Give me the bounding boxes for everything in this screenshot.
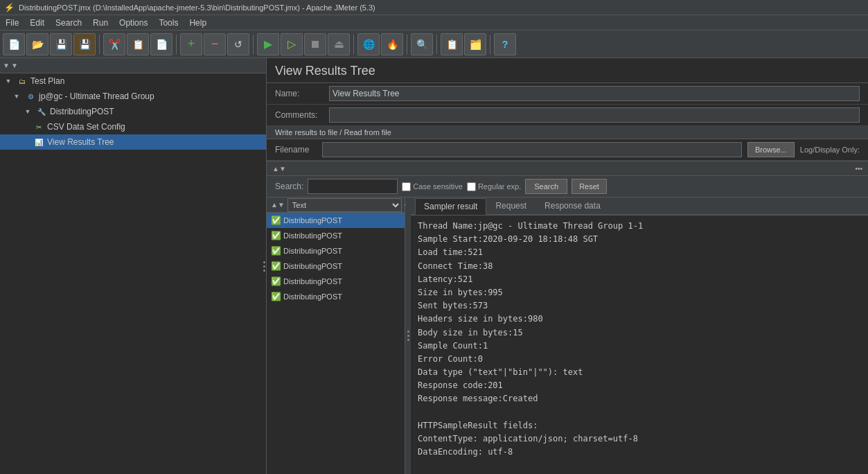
treeview-button[interactable]: 🌐 xyxy=(357,33,380,55)
left-splitter[interactable] xyxy=(261,58,267,474)
toolbar-sep-6 xyxy=(436,35,437,54)
toolbar-sep-2 xyxy=(176,35,177,54)
workbench-button[interactable]: 🗂️ xyxy=(464,33,486,55)
browse-button[interactable]: Browse... xyxy=(747,142,795,157)
reset-button[interactable]: Reset xyxy=(572,179,607,194)
results-list: ✅ DistributingPOST ✅ DistributingPOST ✅ … xyxy=(267,213,405,474)
templates-button[interactable]: 📋 xyxy=(441,33,463,55)
shutdown-button[interactable]: ⏏ xyxy=(328,33,350,55)
tree-node-listener-label: View Results Tree xyxy=(47,137,114,147)
result-item[interactable]: ✅ DistributingPOST xyxy=(267,258,405,274)
listener-icon: 📊 xyxy=(33,137,44,148)
result-item-label: DistributingPOST xyxy=(283,247,342,255)
result-item-label: DistributingPOST xyxy=(283,216,342,225)
add-button[interactable]: + xyxy=(180,33,202,55)
expand-arrows-1[interactable]: ▲▼ xyxy=(272,165,286,173)
filename-row: Filename Browse... Log/Display Only: xyxy=(267,139,868,161)
menu-run[interactable]: Run xyxy=(87,17,114,29)
stop-button[interactable]: ⏹ xyxy=(304,33,326,55)
save-all-button[interactable]: 💾 xyxy=(50,33,72,55)
help-button[interactable]: ? xyxy=(494,33,516,55)
menu-options[interactable]: Options xyxy=(114,17,153,29)
detail-line: Load time:521 xyxy=(418,246,861,259)
tabs-row: Sampler result Request Response data xyxy=(411,198,868,216)
comments-input[interactable] xyxy=(329,107,860,123)
detail-line: Response message:Created xyxy=(418,392,861,405)
tab-response-data[interactable]: Response data xyxy=(535,198,610,214)
result-item[interactable]: ✅ DistributingPOST xyxy=(267,228,405,243)
results-list-container: ▲▼ Text RegExp Tester CSS/JQuery Tester … xyxy=(267,198,405,474)
comments-label: Comments: xyxy=(275,110,324,120)
menu-tools[interactable]: Tools xyxy=(153,17,184,29)
splitter-dot xyxy=(407,339,409,341)
results-area: ▲▼ Text RegExp Tester CSS/JQuery Tester … xyxy=(267,198,868,474)
tree-node-listener[interactable]: 📊 View Results Tree xyxy=(0,134,266,150)
success-icon: ✅ xyxy=(271,246,281,256)
detail-line: Data type ("text"|"bin"|""): text xyxy=(418,366,861,379)
detail-line: Body size in bytes:15 xyxy=(418,326,861,340)
expand-arrows-2[interactable]: ▲▼ xyxy=(271,201,285,209)
result-item[interactable]: ✅ DistributingPOST xyxy=(267,213,405,228)
detail-line: Connect Time:38 xyxy=(418,260,861,273)
copy-button[interactable]: 📋 xyxy=(127,33,149,55)
testplan-icon: 🗂 xyxy=(17,76,28,87)
search-button[interactable]: Search xyxy=(525,179,567,194)
result-item[interactable]: ✅ DistributingPOST xyxy=(267,243,405,258)
save-button[interactable]: 💾 xyxy=(73,33,96,55)
regular-exp-label[interactable]: Regular exp. xyxy=(467,182,521,191)
tree-node-test-plan[interactable]: ▼ 🗂 Test Plan xyxy=(0,73,266,89)
vertical-splitter[interactable] xyxy=(405,198,411,474)
name-input[interactable] xyxy=(329,86,860,101)
tree-header: ▼ ▼ xyxy=(0,58,266,73)
detail-line: Thread Name:jp@gc - Ultimate Thread Grou… xyxy=(418,220,861,233)
search-label: Search: xyxy=(275,182,303,191)
toolbar-sep-7 xyxy=(490,35,490,54)
tree-collapse-arrow[interactable]: ▼ xyxy=(3,62,10,69)
vrt-title: View Results Tree xyxy=(267,58,868,83)
splitter-dot xyxy=(263,265,265,267)
main-area: ▼ ▼ ▼ 🗂 Test Plan ▼ ⚙ jp@gc - Ultimate T… xyxy=(0,58,868,474)
remove-button[interactable]: − xyxy=(204,33,226,55)
menu-edit[interactable]: Edit xyxy=(24,17,50,29)
tree-expand-arrow[interactable]: ▼ xyxy=(11,62,18,69)
tree-node-sampler-label: DistributingPOST xyxy=(50,107,114,116)
more-options-1[interactable]: ••• xyxy=(855,165,862,173)
paste-button[interactable]: 📄 xyxy=(150,33,172,55)
open-button[interactable]: 📂 xyxy=(26,33,48,55)
result-item[interactable]: ✅ DistributingPOST xyxy=(267,289,405,304)
toolbar-sep-3 xyxy=(253,35,254,54)
case-sensitive-label[interactable]: Case sensitive xyxy=(402,182,463,191)
write-results-label: Write results to file / Read from file xyxy=(275,128,391,137)
detail-line: Error Count:0 xyxy=(418,353,861,366)
result-item-label: DistributingPOST xyxy=(283,262,342,270)
search-input[interactable] xyxy=(308,179,398,194)
results-detail: Sampler result Request Response data Thr… xyxy=(411,198,868,474)
splitter-dot xyxy=(407,331,409,333)
case-sensitive-checkbox[interactable] xyxy=(402,182,411,191)
clear-button[interactable]: ↺ xyxy=(227,33,249,55)
success-icon: ✅ xyxy=(271,216,281,225)
cut-button[interactable]: ✂️ xyxy=(103,33,125,55)
regular-exp-checkbox[interactable] xyxy=(467,182,476,191)
format-select[interactable]: Text RegExp Tester CSS/JQuery Tester XPa… xyxy=(287,198,402,212)
start-nopause-button[interactable]: ▷ xyxy=(281,33,303,55)
tree-node-sampler[interactable]: ▼ 🔧 DistributingPOST xyxy=(0,104,266,119)
tab-sampler-result[interactable]: Sampler result xyxy=(415,198,486,215)
detail-line: HTTPSampleResult fields: xyxy=(418,419,861,432)
log-button[interactable]: 🔥 xyxy=(381,33,403,55)
detail-line: Sample Start:2020-09-20 18:18:48 SGT xyxy=(418,233,861,246)
filename-input[interactable] xyxy=(322,142,742,157)
tree-node-threadgroup[interactable]: ▼ ⚙ jp@gc - Ultimate Thread Group xyxy=(0,89,266,104)
search-toolbar-button[interactable]: 🔍 xyxy=(411,33,433,55)
detail-line: ContentType: application/json; charset=u… xyxy=(418,432,861,446)
result-item[interactable]: ✅ DistributingPOST xyxy=(267,274,405,289)
menu-file[interactable]: File xyxy=(0,17,24,29)
detail-line: DataEncoding: utf-8 xyxy=(418,446,861,459)
menu-search[interactable]: Search xyxy=(50,17,87,29)
start-button[interactable]: ▶ xyxy=(257,33,279,55)
detail-line: Sample Count:1 xyxy=(418,340,861,353)
new-button[interactable]: 📄 xyxy=(3,33,25,55)
menu-help[interactable]: Help xyxy=(184,17,212,29)
tab-request[interactable]: Request xyxy=(486,198,535,214)
tree-node-csv[interactable]: ✂ CSV Data Set Config xyxy=(0,119,266,134)
